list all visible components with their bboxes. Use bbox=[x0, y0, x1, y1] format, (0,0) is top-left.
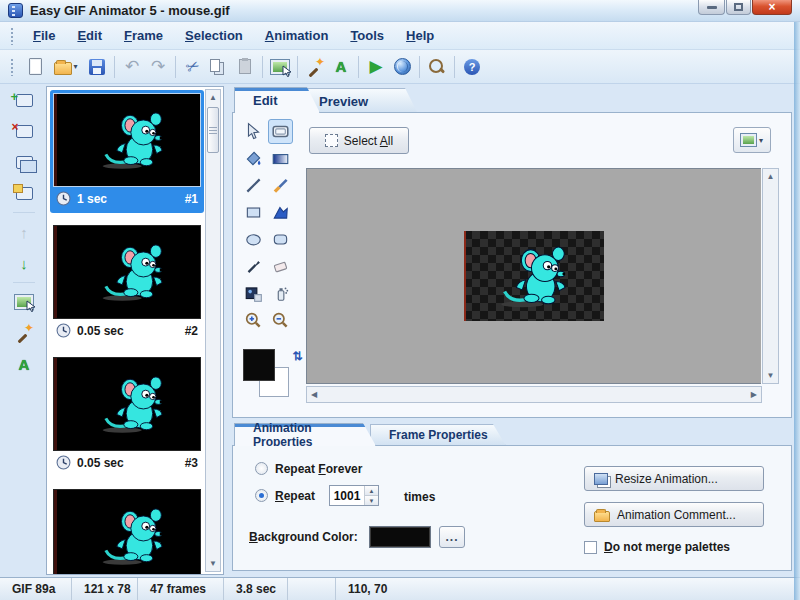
menu-frame[interactable]: Frame bbox=[113, 24, 174, 47]
zoom-in-tool[interactable] bbox=[241, 308, 266, 333]
wizard-button[interactable] bbox=[302, 54, 328, 80]
spin-up-icon[interactable]: ▲ bbox=[365, 486, 378, 495]
window-edge bbox=[794, 22, 800, 600]
scroll-up-icon[interactable]: ▲ bbox=[767, 169, 775, 184]
duplicate-frame-button[interactable] bbox=[11, 150, 37, 174]
frame-item-1[interactable]: 1 sec #1 bbox=[50, 90, 204, 213]
resize-animation-button[interactable]: Resize Animation... bbox=[584, 466, 764, 491]
zoom-out-tool[interactable] bbox=[268, 308, 293, 333]
delete-frame-button[interactable]: × bbox=[11, 119, 37, 143]
extract-frame-button[interactable] bbox=[11, 181, 37, 205]
ellipse-icon bbox=[244, 230, 263, 249]
rounded-rectangle-tool[interactable] bbox=[268, 227, 293, 252]
menu-help[interactable]: Help bbox=[395, 24, 445, 47]
menu-animation[interactable]: Animation bbox=[254, 24, 340, 47]
menu-tools[interactable]: Tools bbox=[339, 24, 395, 47]
scroll-down-icon[interactable]: ▼ bbox=[209, 556, 217, 571]
tab-animation-properties[interactable]: Animation Properties bbox=[234, 423, 376, 446]
toolbar-grip[interactable] bbox=[10, 58, 14, 76]
new-document-button[interactable] bbox=[22, 54, 48, 80]
repeat-count-input[interactable] bbox=[330, 486, 364, 505]
save-button[interactable] bbox=[84, 54, 110, 80]
move-frame-up-button[interactable]: ↑ bbox=[11, 220, 37, 244]
brush-tool[interactable] bbox=[268, 173, 293, 198]
rectangle-icon bbox=[244, 203, 263, 222]
edit-canvas[interactable] bbox=[306, 168, 761, 384]
app-window: Easy GIF Animator 5 - mouse.gif × File E… bbox=[0, 0, 800, 600]
repeat-forever-radio[interactable] bbox=[255, 462, 268, 475]
foreground-color-swatch[interactable] bbox=[243, 349, 275, 381]
close-button[interactable]: × bbox=[752, 0, 792, 15]
repeat-count-spinner[interactable]: ▲ ▼ bbox=[329, 485, 379, 506]
maximize-button[interactable] bbox=[726, 0, 751, 15]
background-color-value-swatch[interactable] bbox=[369, 526, 431, 548]
scroll-up-icon[interactable]: ▲ bbox=[209, 90, 217, 105]
ellipse-tool[interactable] bbox=[241, 227, 266, 252]
frame-item-2[interactable]: 0.05 sec #2 bbox=[50, 222, 204, 345]
view-options-button[interactable]: ▾ bbox=[733, 127, 771, 153]
open-file-button[interactable]: ▾ bbox=[48, 54, 84, 80]
copy-button[interactable] bbox=[206, 54, 232, 80]
toolbar-separator bbox=[114, 56, 115, 78]
cut-button[interactable]: ✂ bbox=[180, 54, 206, 80]
frame-duration: 0.05 sec bbox=[77, 324, 124, 338]
tab-frame-properties[interactable]: Frame Properties bbox=[370, 424, 506, 446]
polygon-tool[interactable] bbox=[268, 200, 293, 225]
merge-palettes-checkbox[interactable] bbox=[584, 541, 597, 554]
help-button[interactable]: ? bbox=[459, 54, 485, 80]
scroll-left-icon[interactable]: ◀ bbox=[311, 390, 317, 399]
frame-item-3[interactable]: 0.05 sec #3 bbox=[50, 354, 204, 477]
scroll-right-icon[interactable]: ▶ bbox=[751, 390, 757, 399]
scrollbar-thumb[interactable] bbox=[207, 107, 219, 153]
spray-tool[interactable] bbox=[268, 281, 293, 306]
search-zoom-button[interactable] bbox=[424, 54, 450, 80]
wizard-wand-button[interactable] bbox=[11, 321, 37, 345]
line-icon bbox=[244, 176, 263, 195]
redo-button[interactable]: ↷ bbox=[145, 54, 171, 80]
frame-tools-strip: + × ↑ ↓ A bbox=[6, 88, 42, 376]
background-color-browse-button[interactable]: ... bbox=[439, 526, 465, 548]
fill-bucket-tool[interactable] bbox=[241, 146, 266, 171]
image-editor-button[interactable] bbox=[267, 54, 293, 80]
play-button[interactable]: ▶ bbox=[363, 54, 389, 80]
export-web-button[interactable] bbox=[389, 54, 415, 80]
animation-comment-label: Animation Comment... bbox=[617, 508, 736, 522]
line-tool[interactable] bbox=[241, 173, 266, 198]
marquee-select-tool[interactable] bbox=[268, 119, 293, 144]
move-frame-down-button[interactable]: ↓ bbox=[11, 251, 37, 275]
repeat-radio[interactable] bbox=[255, 489, 268, 502]
eraser-tool[interactable] bbox=[268, 254, 293, 279]
animation-comment-button[interactable]: Animation Comment... bbox=[584, 502, 764, 527]
menu-edit[interactable]: Edit bbox=[66, 24, 113, 47]
rectangle-tool[interactable] bbox=[241, 200, 266, 225]
select-pointer-tool[interactable] bbox=[241, 119, 266, 144]
eyedropper-tool[interactable] bbox=[241, 254, 266, 279]
tab-edit[interactable]: Edit bbox=[234, 87, 320, 113]
add-frame-button[interactable]: + bbox=[11, 88, 37, 112]
frame-item-4[interactable] bbox=[50, 486, 204, 574]
menu-selection[interactable]: Selection bbox=[174, 24, 254, 47]
insert-image-tool[interactable] bbox=[241, 281, 266, 306]
undo-icon: ↶ bbox=[125, 58, 139, 75]
dropdown-caret-icon: ▾ bbox=[759, 136, 763, 145]
gradient-fill-tool[interactable] bbox=[268, 146, 293, 171]
menu-file[interactable]: File bbox=[22, 24, 66, 47]
transparent-checkerboard[interactable] bbox=[464, 231, 604, 321]
scroll-down-icon[interactable]: ▼ bbox=[767, 368, 775, 383]
brush-icon bbox=[271, 176, 290, 195]
title-bar[interactable]: Easy GIF Animator 5 - mouse.gif × bbox=[0, 0, 800, 22]
add-text-button[interactable]: A bbox=[11, 352, 37, 376]
canvas-vertical-scrollbar[interactable]: ▲ ▼ bbox=[762, 168, 779, 384]
minimize-button[interactable] bbox=[698, 0, 725, 15]
select-all-button[interactable]: Select All bbox=[309, 127, 409, 154]
undo-button[interactable]: ↶ bbox=[119, 54, 145, 80]
text-tool-button[interactable]: A bbox=[328, 54, 354, 80]
frames-scrollbar[interactable]: ▲ ▼ bbox=[205, 89, 221, 572]
strip-separator bbox=[13, 212, 35, 213]
edit-frame-image-button[interactable] bbox=[11, 290, 37, 314]
canvas-horizontal-scrollbar[interactable]: ◀ ▶ bbox=[306, 386, 762, 403]
menu-grip[interactable] bbox=[10, 27, 14, 45]
spin-down-icon[interactable]: ▼ bbox=[365, 495, 378, 505]
paste-button[interactable] bbox=[232, 54, 258, 80]
swap-colors-icon[interactable]: ⇄ bbox=[291, 351, 305, 361]
